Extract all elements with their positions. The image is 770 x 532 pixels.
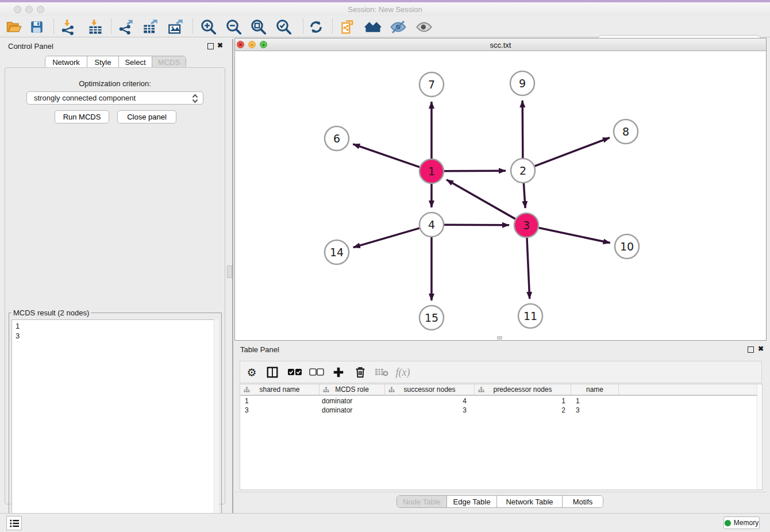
function-builder-icon[interactable]: f(x) bbox=[394, 364, 411, 381]
table-cell[interactable]: 3 bbox=[571, 406, 619, 415]
column-header-shared-name[interactable]: shared name bbox=[240, 384, 319, 395]
table-tabs: Node Table Edge Table Network Table Moti… bbox=[396, 495, 603, 508]
column-label: shared name bbox=[259, 385, 299, 394]
table-row[interactable]: 3dominator323 bbox=[240, 406, 757, 415]
add-column-icon[interactable] bbox=[330, 364, 347, 381]
import-table-icon[interactable] bbox=[86, 18, 105, 36]
graph-edge-3-11[interactable] bbox=[527, 238, 530, 299]
export-network-icon[interactable] bbox=[117, 18, 135, 36]
export-table-icon[interactable] bbox=[141, 18, 160, 36]
zoom-selected-icon[interactable] bbox=[275, 18, 293, 36]
graph-edge-2-9[interactable] bbox=[522, 101, 523, 158]
tab-select[interactable]: Select bbox=[119, 56, 152, 68]
column-label: predecessor nodes bbox=[493, 385, 552, 394]
network-canvas[interactable]: 7968124314101511 bbox=[235, 51, 766, 340]
table-cell[interactable]: dominator bbox=[319, 406, 385, 415]
panel-divider-handle[interactable] bbox=[227, 265, 232, 278]
settings-gear-icon[interactable]: ⚙ bbox=[243, 364, 260, 381]
optimization-criterion-select[interactable]: strongly connected component bbox=[26, 91, 203, 105]
table-cell[interactable]: 3 bbox=[385, 406, 475, 415]
delete-table-icon[interactable] bbox=[373, 364, 390, 381]
graph-node-label-14: 14 bbox=[330, 246, 344, 259]
zoom-fit-icon[interactable] bbox=[249, 18, 268, 36]
tab-style[interactable]: Style bbox=[87, 56, 119, 68]
close-table-panel-icon[interactable]: ✖ bbox=[758, 345, 764, 353]
close-panel-icon[interactable]: ✖ bbox=[217, 41, 223, 49]
float-panel-icon[interactable] bbox=[207, 43, 214, 49]
show-all-icon[interactable] bbox=[415, 18, 433, 36]
table-row[interactable]: 1dominator411 bbox=[240, 397, 757, 406]
graph-node-label-3: 3 bbox=[523, 219, 530, 232]
graph-edge-2-8[interactable] bbox=[535, 138, 610, 167]
table-header-row: shared nameMCDS rolesuccessor nodesprede… bbox=[240, 384, 757, 396]
column-header-predecessor-nodes[interactable]: predecessor nodes bbox=[475, 384, 571, 395]
result-scrollbar[interactable] bbox=[214, 319, 219, 529]
duplicate-network-icon[interactable] bbox=[339, 18, 357, 36]
graph-edge-4-3[interactable] bbox=[444, 225, 509, 225]
table-cell[interactable]: 1 bbox=[240, 397, 319, 406]
table-body: 1dominator4113dominator323 bbox=[240, 397, 757, 489]
graph-edge-4-14[interactable] bbox=[353, 228, 419, 247]
tab-network-table[interactable]: Network Table bbox=[497, 496, 563, 507]
float-table-panel-icon[interactable] bbox=[748, 346, 754, 353]
table-tabs-row: Node Table Edge Table Network Table Moti… bbox=[234, 492, 767, 510]
graph-node-label-10: 10 bbox=[620, 240, 634, 253]
table-cell[interactable]: 3 bbox=[240, 406, 319, 415]
import-network-icon[interactable] bbox=[59, 18, 78, 36]
mcds-panel: Optimization criterion: strongly connect… bbox=[5, 67, 225, 504]
zoom-out-icon[interactable] bbox=[225, 18, 243, 36]
graph-edge-1-6[interactable] bbox=[353, 144, 419, 167]
close-panel-button[interactable]: Close panel bbox=[117, 110, 176, 124]
toolbar-separator bbox=[192, 19, 193, 34]
mcds-result-title: MCDS result (2 nodes) bbox=[11, 309, 91, 317]
tab-network[interactable]: Network bbox=[45, 56, 87, 68]
open-session-icon[interactable] bbox=[5, 18, 23, 36]
table-cell[interactable]: 4 bbox=[385, 397, 475, 406]
graph-edge-3-10[interactable] bbox=[539, 228, 610, 243]
hide-selected-icon[interactable] bbox=[389, 18, 407, 36]
tab-motifs[interactable]: Motifs bbox=[563, 496, 603, 507]
graph-edge-2-3[interactable] bbox=[523, 183, 525, 208]
mcds-result-text[interactable]: 1 3 bbox=[11, 319, 219, 529]
toolbar-separator bbox=[332, 19, 333, 34]
tab-mcds[interactable]: MCDS bbox=[152, 56, 186, 68]
column-label: MCDS role bbox=[335, 385, 369, 394]
column-header-name[interactable]: name bbox=[571, 384, 619, 395]
panel-divider[interactable] bbox=[232, 39, 233, 513]
application-window: Session: New Session bbox=[0, 0, 770, 532]
show-panels-list-icon[interactable] bbox=[6, 516, 22, 530]
run-mcds-button[interactable]: Run MCDS bbox=[55, 110, 109, 124]
split-panel-icon[interactable] bbox=[264, 364, 281, 381]
graph-node-label-1: 1 bbox=[428, 165, 435, 178]
refresh-view-icon[interactable] bbox=[307, 18, 325, 36]
table-cell[interactable]: dominator bbox=[319, 397, 385, 406]
table-cell[interactable]: 1 bbox=[475, 397, 571, 406]
mcds-result-group: MCDS result (2 nodes) 1 3 bbox=[9, 313, 222, 531]
graph-edge-3-1[interactable] bbox=[446, 180, 515, 219]
select-all-checkboxes-icon[interactable] bbox=[286, 364, 303, 381]
graph-edge-1-2[interactable] bbox=[444, 171, 506, 171]
deselect-all-checkboxes-icon[interactable] bbox=[308, 364, 325, 381]
save-session-icon[interactable] bbox=[28, 18, 46, 36]
zoom-in-icon[interactable] bbox=[199, 18, 218, 36]
graph-node-label-7: 7 bbox=[428, 78, 435, 91]
export-image-icon[interactable] bbox=[167, 18, 185, 36]
table-panel-title: Table Panel bbox=[240, 345, 279, 354]
column-header-MCDS-role[interactable]: MCDS role bbox=[319, 384, 385, 395]
table-cell[interactable]: 1 bbox=[571, 397, 619, 406]
first-neighbors-icon[interactable] bbox=[364, 18, 382, 36]
tab-node-table[interactable]: Node Table bbox=[397, 496, 447, 507]
optimization-criterion-label: Optimization criterion: bbox=[5, 79, 225, 88]
toolbar-separator bbox=[111, 19, 111, 34]
control-panel: Control Panel ✖ Network Style Select MCD… bbox=[0, 39, 230, 513]
column-header-successor-nodes[interactable]: successor nodes bbox=[385, 384, 475, 395]
memory-button[interactable]: Memory bbox=[723, 516, 760, 529]
memory-label: Memory bbox=[734, 519, 759, 527]
network-resize-handle[interactable] bbox=[497, 336, 502, 340]
tab-edge-table[interactable]: Edge Table bbox=[447, 496, 497, 507]
network-window-titlebar[interactable]: ✕ − ＋ scc.txt bbox=[235, 38, 766, 51]
table-cell[interactable]: 2 bbox=[475, 406, 571, 415]
table-scrollbar[interactable] bbox=[757, 384, 762, 489]
table-panel: Table Panel ✖ ⚙ f(x) bbox=[234, 342, 767, 510]
delete-column-icon[interactable] bbox=[352, 364, 369, 381]
